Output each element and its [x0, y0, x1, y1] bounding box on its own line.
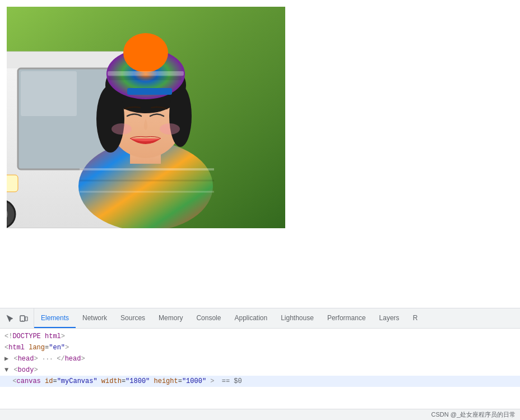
svg-rect-25 [7, 175, 18, 192]
tab-sources[interactable]: Sources [114, 308, 152, 328]
svg-point-14 [96, 85, 124, 153]
devtools-toolbar: Elements Network Sources Memory Console … [0, 308, 520, 329]
tab-lighthouse[interactable]: Lighthouse [274, 308, 321, 328]
svg-point-21 [112, 123, 132, 135]
devtools-tabs: Elements Network Sources Memory Console … [34, 308, 520, 328]
svg-point-18 [123, 33, 168, 72]
code-line-2: <html lang="en"> [0, 342, 520, 353]
devtools-code-panel: <!DOCTYPE html> <html lang="en"> ▶ <head… [0, 329, 520, 409]
svg-rect-19 [108, 71, 184, 76]
tab-recorder[interactable]: R [406, 308, 425, 328]
tab-application[interactable]: Application [227, 308, 274, 328]
image-container [7, 7, 285, 228]
code-line-3: ▶ <head> ··· </head> [0, 353, 520, 364]
devtools-panel: Elements Network Sources Memory Console … [0, 308, 520, 420]
tab-memory[interactable]: Memory [152, 308, 189, 328]
status-text: CSDN @_处女座程序员的日常 [431, 410, 516, 419]
code-line-4: ▼ <body> [0, 364, 520, 376]
device-toggle-icon[interactable] [18, 313, 29, 324]
code-line-1: <!DOCTYPE html> [0, 331, 520, 342]
code-line-5[interactable]: <canvas id="myCanvas" width="1800" heigh… [0, 376, 520, 387]
svg-rect-17 [127, 88, 172, 95]
main-image [7, 7, 285, 228]
svg-rect-6 [21, 71, 77, 116]
tab-console[interactable]: Console [189, 308, 227, 328]
page-content [0, 0, 520, 308]
devtools-status-bar: CSDN @_处女座程序员的日常 [0, 409, 520, 420]
tab-network[interactable]: Network [76, 308, 114, 328]
tab-elements[interactable]: Elements [34, 308, 76, 328]
svg-rect-27 [25, 317, 27, 321]
svg-rect-20 [109, 77, 182, 80]
svg-point-28 [22, 320, 23, 321]
expand-body-icon[interactable]: ▼ [4, 366, 8, 374]
svg-point-22 [160, 123, 180, 135]
expand-head-icon[interactable]: ▶ [4, 355, 8, 363]
cursor-icon[interactable] [4, 313, 16, 324]
devtools-icon-group [0, 308, 34, 328]
tab-layers[interactable]: Layers [373, 308, 406, 328]
svg-point-15 [169, 85, 192, 147]
tab-performance[interactable]: Performance [321, 308, 373, 328]
